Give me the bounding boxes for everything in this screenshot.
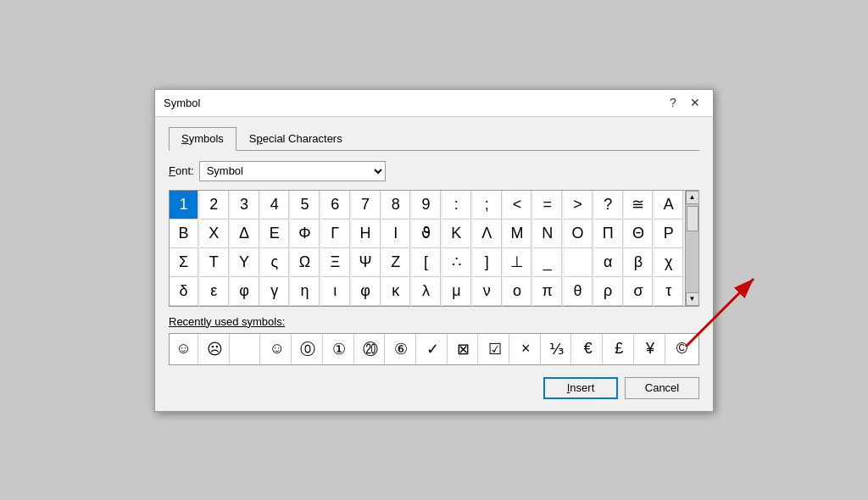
symbol-cell[interactable]: Θ — [624, 219, 653, 248]
symbol-cell[interactable]: 7 — [352, 191, 381, 219]
symbol-cell[interactable]: Λ — [473, 219, 502, 248]
symbol-cell[interactable]: Τ — [200, 248, 229, 277]
recent-cell[interactable]: £ — [605, 334, 634, 364]
symbol-cell[interactable]: Ψ — [352, 248, 381, 277]
symbol-cell[interactable]: Π — [594, 219, 623, 248]
symbol-cell[interactable] — [564, 248, 593, 277]
symbol-cell[interactable]: α — [594, 248, 623, 277]
symbol-cell[interactable]: 5 — [291, 191, 320, 219]
symbol-cell[interactable]: Σ — [170, 248, 198, 277]
symbol-cell[interactable]: π — [533, 277, 562, 306]
symbol-cell[interactable]: λ — [412, 277, 441, 306]
symbol-cell[interactable]: = — [533, 191, 562, 219]
recent-cell[interactable]: ☑ — [481, 334, 509, 364]
symbol-cell[interactable]: 1 — [170, 191, 198, 219]
symbol-cell[interactable]: Ο — [564, 219, 593, 248]
symbol-cell[interactable]: ; — [473, 191, 502, 219]
symbol-cell[interactable]: Φ — [291, 219, 320, 248]
symbol-cell[interactable]: _ — [533, 248, 562, 277]
symbol-cell[interactable]: Ν — [533, 219, 562, 248]
insert-button[interactable]: Insert — [543, 377, 618, 399]
symbol-cell[interactable]: η — [291, 277, 320, 306]
symbol-cell[interactable]: 9 — [412, 191, 441, 219]
symbol-cell[interactable]: ι — [321, 277, 350, 306]
font-row: Font: Symbol Arial Times New Roman Wingd… — [169, 161, 699, 181]
symbol-cell[interactable]: Γ — [321, 219, 350, 248]
recent-cell[interactable]: ⓪ — [294, 334, 323, 364]
recent-cell[interactable]: ☺ — [263, 334, 292, 364]
recent-cell[interactable]: ¥ — [637, 334, 665, 364]
symbol-cell[interactable]: Α — [654, 191, 683, 219]
symbol-cell[interactable]: Ι — [381, 219, 410, 248]
help-button[interactable]: ? — [664, 93, 682, 112]
recent-cell[interactable]: ① — [326, 334, 354, 364]
symbol-cell[interactable]: ο — [503, 277, 531, 306]
symbol-cell[interactable]: ] — [473, 248, 502, 277]
symbol-cell[interactable]: 6 — [321, 191, 350, 219]
scroll-up-button[interactable]: ▲ — [686, 191, 699, 204]
symbol-cell[interactable]: 4 — [260, 191, 289, 219]
recent-cell[interactable]: ☹ — [201, 334, 230, 364]
symbol-cell[interactable]: τ — [654, 277, 683, 306]
symbol-cell[interactable]: δ — [170, 277, 198, 306]
cancel-button[interactable]: Cancel — [625, 377, 699, 399]
symbol-cell[interactable]: Μ — [503, 219, 531, 248]
symbol-cell[interactable]: [ — [412, 248, 441, 277]
symbol-grid: 123456789:;<=>?≅ΑΒΧΔΕΦΓΗΙϑΚΛΜΝΟΠΘΡΣΤΥςΩΞ… — [170, 191, 685, 306]
dialog-title: Symbol — [164, 97, 200, 109]
symbol-cell[interactable]: μ — [442, 277, 471, 306]
symbol-cell[interactable]: ρ — [594, 277, 623, 306]
symbol-cell[interactable]: ? — [594, 191, 623, 219]
symbol-cell[interactable]: Κ — [442, 219, 471, 248]
recent-cell[interactable]: ⊠ — [449, 334, 478, 364]
symbol-cell[interactable]: ϑ — [412, 219, 441, 248]
symbol-cell[interactable]: κ — [381, 277, 410, 306]
symbol-cell[interactable]: β — [624, 248, 653, 277]
symbol-cell[interactable]: Ε — [260, 219, 289, 248]
symbol-cell[interactable]: γ — [260, 277, 289, 306]
symbol-cell[interactable]: φ — [352, 277, 381, 306]
symbol-cell[interactable]: ≅ — [624, 191, 653, 219]
symbol-cell[interactable]: χ — [654, 248, 683, 277]
symbol-cell[interactable]: ς — [260, 248, 289, 277]
symbol-cell[interactable]: Η — [352, 219, 381, 248]
symbol-cell[interactable]: φ — [231, 277, 259, 306]
close-button[interactable]: ✕ — [686, 93, 704, 112]
recent-cell[interactable]: ⑳ — [356, 334, 385, 364]
recent-cell[interactable]: € — [574, 334, 603, 364]
symbol-cell[interactable]: > — [564, 191, 593, 219]
symbol-cell[interactable]: ε — [200, 277, 229, 306]
symbol-cell[interactable]: θ — [564, 277, 593, 306]
scroll-thumb[interactable] — [687, 206, 698, 231]
symbol-cell[interactable]: Υ — [231, 248, 259, 277]
recent-cell[interactable]: ⅓ — [542, 334, 571, 364]
recent-cell[interactable]: © — [667, 334, 696, 364]
symbol-cell[interactable]: Ω — [291, 248, 320, 277]
symbol-cell[interactable]: : — [442, 191, 471, 219]
dialog-body: Symbols Special Characters Font: Symbol … — [155, 117, 713, 411]
recent-cell[interactable] — [231, 334, 260, 364]
symbol-cell[interactable]: ν — [473, 277, 502, 306]
symbol-cell[interactable]: ∴ — [442, 248, 471, 277]
recent-cell[interactable]: × — [512, 334, 541, 364]
recent-cell[interactable]: ☺ — [170, 334, 198, 364]
symbol-cell[interactable]: Ρ — [654, 219, 683, 248]
symbol-cell[interactable]: Β — [170, 219, 198, 248]
tab-symbols[interactable]: Symbols — [169, 127, 236, 151]
symbol-cell[interactable]: 2 — [200, 191, 229, 219]
symbol-cell[interactable]: Χ — [200, 219, 229, 248]
symbol-cell[interactable]: Ξ — [321, 248, 350, 277]
scroll-down-button[interactable]: ▼ — [686, 292, 699, 306]
symbol-cell[interactable]: σ — [624, 277, 653, 306]
symbol-cell[interactable]: < — [503, 191, 531, 219]
recent-cell[interactable]: ✓ — [419, 334, 448, 364]
symbol-cell[interactable]: 8 — [381, 191, 410, 219]
tab-special-characters[interactable]: Special Characters — [236, 127, 355, 151]
symbol-cell[interactable]: Ζ — [381, 248, 410, 277]
recently-used-label: Recently used symbols: — [169, 315, 699, 328]
symbol-cell[interactable]: Δ — [231, 219, 259, 248]
symbol-cell[interactable]: ⊥ — [503, 248, 531, 277]
font-select[interactable]: Symbol Arial Times New Roman Wingdings — [199, 161, 386, 181]
recent-cell[interactable]: ⑥ — [387, 334, 416, 364]
symbol-cell[interactable]: 3 — [231, 191, 259, 219]
